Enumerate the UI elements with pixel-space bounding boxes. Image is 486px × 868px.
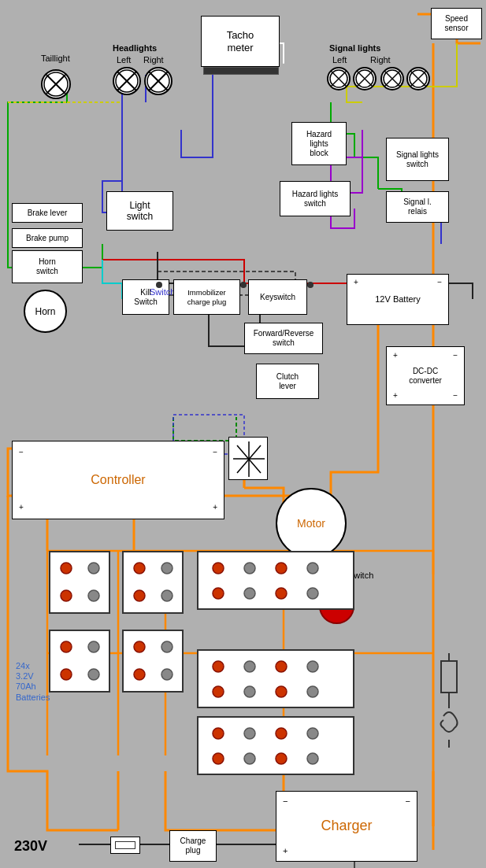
svg-rect-68 xyxy=(441,661,457,693)
keyswitch-box: Keyswitch xyxy=(248,279,307,315)
batteries-label: 24x3.2V70AhBatteries xyxy=(16,661,50,703)
signal-left-label: Left xyxy=(332,55,347,65)
svg-point-34 xyxy=(61,669,72,680)
svg-point-62 xyxy=(276,563,287,574)
svg-point-67 xyxy=(307,588,318,599)
svg-point-53 xyxy=(244,728,255,739)
svg-point-46 xyxy=(276,661,287,672)
headlight-left-symbol xyxy=(113,67,141,95)
svg-point-60 xyxy=(213,563,224,574)
svg-point-59 xyxy=(307,753,318,764)
switch-label: Switch xyxy=(150,287,175,297)
battery-group-large-1 xyxy=(197,649,354,708)
svg-point-55 xyxy=(307,728,318,739)
svg-point-44 xyxy=(213,661,224,672)
signal-lights-title: Signal lights xyxy=(329,43,380,54)
svg-point-47 xyxy=(307,661,318,672)
svg-point-54 xyxy=(276,728,287,739)
connector-dot-1 xyxy=(156,282,162,288)
clutch-lever-box: Clutchlever xyxy=(256,364,319,399)
svg-point-57 xyxy=(244,753,255,764)
battery-group-4 xyxy=(122,630,184,693)
charge-plug-box: Chargeplug xyxy=(169,830,217,862)
svg-point-64 xyxy=(213,588,224,599)
battery-group-2 xyxy=(49,630,110,693)
brake-lever-box: Brake lever xyxy=(12,203,83,223)
svg-point-41 xyxy=(161,641,173,652)
svg-point-40 xyxy=(134,641,145,652)
light-switch-box: Lightswitch xyxy=(106,191,173,231)
svg-point-30 xyxy=(61,590,72,601)
headlights-left-label: Left xyxy=(117,55,131,65)
controller-box: − − + + Controller xyxy=(12,441,224,519)
svg-point-43 xyxy=(161,669,173,680)
connector-dot-2 xyxy=(240,282,247,288)
svg-point-48 xyxy=(213,686,224,697)
svg-point-58 xyxy=(276,753,287,764)
taillight-label: Taillight xyxy=(41,54,70,64)
connector-dot-3 xyxy=(307,282,313,288)
battery-group-3 xyxy=(122,551,184,614)
svg-point-63 xyxy=(307,563,318,574)
horn-switch-box: Hornswitch xyxy=(12,250,83,283)
svg-point-56 xyxy=(213,753,224,764)
svg-point-66 xyxy=(276,588,287,599)
svg-point-45 xyxy=(244,661,255,672)
signal-left1-symbol xyxy=(327,67,351,90)
signal-right1-symbol xyxy=(380,67,404,90)
signal-left2-symbol xyxy=(353,67,377,90)
svg-point-39 xyxy=(161,590,173,601)
brake-pump-box: Brake pump xyxy=(12,228,83,248)
horn-symbol: Horn xyxy=(24,290,67,333)
svg-point-49 xyxy=(244,686,255,697)
signal-relais-box: Signal l.relais xyxy=(386,191,449,223)
svg-point-65 xyxy=(244,588,255,599)
motor-symbol: Motor xyxy=(276,488,347,559)
dc-converter-box: + − DC-DCconverter + − xyxy=(386,346,465,405)
svg-point-28 xyxy=(61,563,72,574)
headlights-title: Headlights xyxy=(113,43,157,54)
speed-sensor-box: Speedsensor xyxy=(431,8,482,39)
immobilizer-box: Immobilizercharge plug xyxy=(173,279,240,315)
battery-group-1 xyxy=(49,551,110,614)
svg-point-31 xyxy=(88,590,99,601)
hazard-lights-block-box: Hazardlightsblock xyxy=(291,122,347,165)
svg-point-38 xyxy=(134,590,145,601)
battery-12v-box: + − 12V Battery xyxy=(347,274,449,325)
svg-point-33 xyxy=(88,641,99,652)
svg-point-50 xyxy=(276,686,287,697)
charger-box: − − + Charger xyxy=(276,791,417,862)
svg-point-36 xyxy=(134,563,145,574)
svg-point-35 xyxy=(88,669,99,680)
svg-point-29 xyxy=(88,563,99,574)
svg-point-51 xyxy=(307,686,318,697)
svg-point-42 xyxy=(134,669,145,680)
voltage-label: 230V xyxy=(14,838,47,855)
headlights-right-label: Right xyxy=(143,55,164,65)
hazard-lights-switch-box: Hazard lightsswitch xyxy=(280,181,351,216)
forward-reverse-box: Forward/Reverseswitch xyxy=(244,323,323,354)
fuse-box-230v xyxy=(110,837,140,854)
signal-right2-symbol xyxy=(406,67,430,90)
fuse-symbol xyxy=(437,653,461,748)
battery-group-large-2 xyxy=(197,716,354,775)
headlight-right-symbol xyxy=(144,67,173,95)
svg-point-52 xyxy=(213,728,224,739)
svg-point-32 xyxy=(61,641,72,652)
signal-lights-switch-box: Signal lightsswitch xyxy=(386,138,449,181)
tachometer-pins xyxy=(203,67,279,75)
svg-point-37 xyxy=(161,563,173,574)
connector-junction xyxy=(228,437,268,480)
svg-point-61 xyxy=(244,563,255,574)
wiring-diagram: Tachometer Speedsensor Taillight Headlig… xyxy=(0,0,486,868)
signal-right-label: Right xyxy=(370,55,391,65)
taillight-symbol xyxy=(41,69,71,99)
battery-group-large-3 xyxy=(197,551,354,610)
tachometer-box: Tachometer xyxy=(201,16,280,67)
